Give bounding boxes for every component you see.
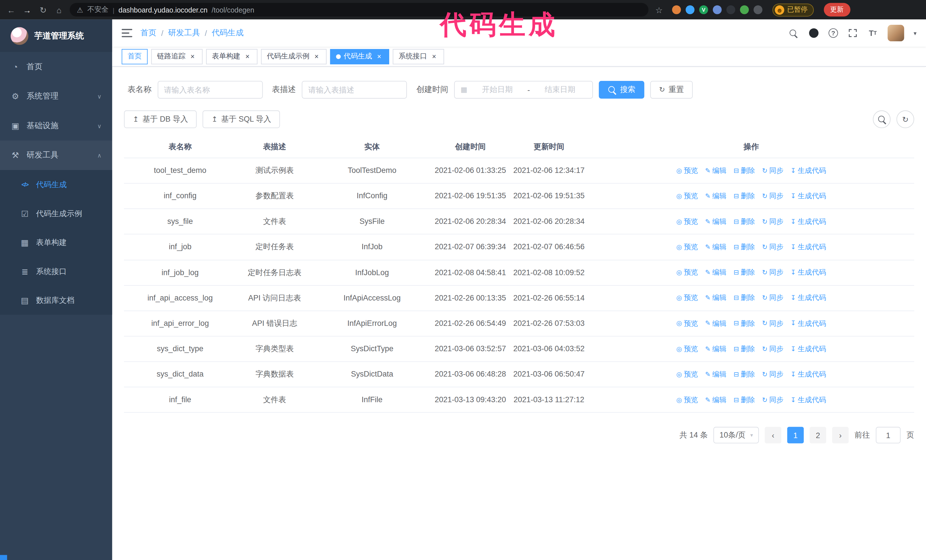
close-icon[interactable]: × [243,52,251,60]
close-icon[interactable]: × [375,52,383,60]
leaf-extension-icon[interactable] [740,5,749,14]
table-row[interactable]: inf_job_log 定时任务日志表 InfJobLog 2021-02-08… [124,260,914,285]
action-edit[interactable]: ✎编辑 [705,394,726,406]
action-generate[interactable]: ↧生成代码 [790,242,826,253]
action-preview[interactable]: ◎预览 [676,242,698,253]
action-preview[interactable]: ◎预览 [676,318,698,329]
table-row[interactable]: inf_file 文件表 InfFile 2021-03-13 09:43:20… [124,387,914,412]
action-generate[interactable]: ↧生成代码 [790,267,826,278]
fullscreen-icon[interactable] [847,28,858,38]
action-delete[interactable]: ⊟删除 [733,216,755,227]
capture-extension-icon[interactable] [726,5,735,14]
action-sync[interactable]: ↻同步 [762,242,783,253]
sidebar-item-home[interactable]: ◔ 首页 [0,52,112,82]
action-generate[interactable]: ↧生成代码 [790,318,826,329]
action-edit[interactable]: ✎编辑 [705,242,726,253]
profile-chip[interactable]: ☻ 已暂停 [772,3,814,16]
table-row[interactable]: sys_dict_type 字典类型表 SysDictType 2021-03-… [124,336,914,361]
action-generate[interactable]: ↧生成代码 [790,394,826,406]
table-row[interactable]: sys_dict_data 字典数据表 SysDictData 2021-03-… [124,362,914,387]
table-row[interactable]: inf_api_access_log API 访问日志表 InfApiAcces… [124,285,914,311]
font-size-icon[interactable]: TT [868,28,878,38]
help-icon[interactable]: ? [829,28,838,38]
sidebar-item-codegen[interactable]: </> 代码生成 [0,170,112,199]
bookmark-star-icon[interactable]: ☆ [654,5,664,15]
action-edit[interactable]: ✎编辑 [705,165,726,176]
reset-button[interactable]: ↻ 重置 [650,81,693,98]
tab-form-builder[interactable]: 表单构建 × [206,49,257,64]
sidebar-item-form-builder[interactable]: ▦ 表单构建 [0,228,112,257]
tab-home[interactable]: 首页 [122,49,148,64]
sidebar-item-codegen-demo[interactable]: ☑ 代码生成示例 [0,199,112,228]
github-icon[interactable] [808,28,819,38]
action-delete[interactable]: ⊟删除 [733,190,755,202]
reload-icon[interactable]: ↻ [38,5,48,15]
refresh-table-button[interactable]: ↻ [896,110,914,128]
tab-codegen-demo[interactable]: 代码生成示例 × [261,49,327,64]
action-edit[interactable]: ✎编辑 [705,190,726,202]
chrome-update-button[interactable]: 更新 [823,3,850,17]
action-delete[interactable]: ⊟删除 [733,293,755,303]
action-sync[interactable]: ↻同步 [762,267,783,278]
goto-page-input[interactable] [876,427,901,444]
action-generate[interactable]: ↧生成代码 [790,190,826,202]
fox-extension-icon[interactable] [672,5,681,14]
action-delete[interactable]: ⊟删除 [733,242,755,253]
action-delete[interactable]: ⊟删除 [733,394,755,406]
sidebar-toggle-icon[interactable] [122,29,132,37]
action-sync[interactable]: ↻同步 [762,344,783,355]
action-preview[interactable]: ◎预览 [676,394,698,406]
action-generate[interactable]: ↧生成代码 [790,293,826,303]
sidebar-item-devtools[interactable]: ⚒ 研发工具 ∧ [0,140,112,170]
action-sync[interactable]: ↻同步 [762,293,783,303]
table-name-input[interactable] [157,81,262,98]
address-bar[interactable]: ⚠ 不安全 | dashboard.yudao.iocoder.cn/tool/… [70,3,649,17]
forward-icon[interactable]: → [22,5,32,15]
table-row[interactable]: tool_test_demo 测试示例表 ToolTestDemo 2021-0… [124,158,914,183]
tab-tracing[interactable]: 链路追踪 × [151,49,203,64]
people-extension-icon[interactable] [713,5,722,14]
action-generate[interactable]: ↧生成代码 [790,216,826,227]
import-sql-button[interactable]: ↥ 基于 SQL 导入 [203,110,280,128]
table-row[interactable]: inf_job 定时任务表 InfJob 2021-02-07 06:39:34… [124,234,914,260]
action-sync[interactable]: ↻同步 [762,318,783,329]
action-edit[interactable]: ✎编辑 [705,344,726,355]
action-delete[interactable]: ⊟删除 [733,165,755,176]
action-edit[interactable]: ✎编辑 [705,318,726,329]
table-desc-input[interactable] [302,81,407,98]
action-delete[interactable]: ⊟删除 [733,369,755,380]
action-edit[interactable]: ✎编辑 [705,369,726,380]
action-delete[interactable]: ⊟删除 [733,344,755,355]
action-preview[interactable]: ◎预览 [676,293,698,303]
action-generate[interactable]: ↧生成代码 [790,344,826,355]
prev-page-button[interactable]: ‹ [765,427,781,444]
back-icon[interactable]: ← [6,5,17,15]
action-edit[interactable]: ✎编辑 [705,216,726,227]
action-sync[interactable]: ↻同步 [762,394,783,406]
sidebar-item-system[interactable]: ⚙ 系统管理 ∨ [0,82,112,111]
sidebar-item-db-doc[interactable]: ▤ 数据库文档 [0,286,112,315]
tab-codegen[interactable]: 代码生成 × [330,49,389,64]
page-size-select[interactable]: 10条/页 ▾ [714,427,759,444]
page-button-1[interactable]: 1 [787,427,804,444]
drop-extension-icon[interactable] [685,5,694,14]
sidebar-item-system-api[interactable]: ≣ 系统接口 [0,257,112,286]
action-sync[interactable]: ↻同步 [762,369,783,380]
table-row[interactable]: inf_config 参数配置表 InfConfig 2021-02-06 19… [124,183,914,209]
action-sync[interactable]: ↻同步 [762,165,783,176]
toggle-search-button[interactable] [873,110,890,128]
next-page-button[interactable]: › [832,427,849,444]
search-button[interactable]: 搜索 [599,81,645,98]
action-preview[interactable]: ◎预览 [676,190,698,202]
chevron-down-icon[interactable]: ▾ [914,30,916,36]
close-icon[interactable]: × [430,52,438,60]
action-delete[interactable]: ⊟删除 [733,318,755,329]
home-icon[interactable]: ⌂ [54,5,64,15]
breadcrumb-home[interactable]: 首页 [141,28,156,38]
table-row[interactable]: sys_file 文件表 SysFile 2021-02-06 20:28:34… [124,209,914,234]
user-avatar[interactable] [888,25,904,41]
app-logo[interactable]: 芋道管理系统 [0,20,112,52]
action-preview[interactable]: ◎预览 [676,267,698,278]
action-delete[interactable]: ⊟删除 [733,267,755,278]
action-sync[interactable]: ↻同步 [762,190,783,202]
